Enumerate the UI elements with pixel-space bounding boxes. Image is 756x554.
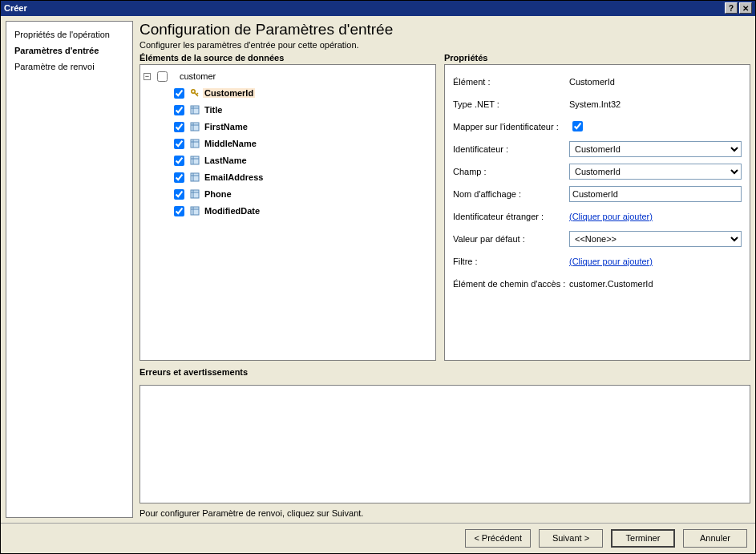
errors-panel [139,385,750,503]
prop-label: Élément de chemin d'accès : [453,279,569,289]
properties-header: Propriétés [444,53,750,63]
prop-label: Mapper sur l'identificateur : [453,122,569,131]
tree-item-label: LastName [203,156,249,165]
columns: Éléments de la source de données − custo… [139,53,750,361]
tree-item-lastname[interactable]: LastName [171,152,432,169]
svg-rect-3 [191,106,199,114]
tree-item-label: Title [203,105,224,115]
sidebar-item-label: Paramètres d'entrée [14,46,99,55]
column-icon [190,122,200,131]
prop-row-foreign-identifier: Identificateur étranger : (Cliquer pour … [453,206,742,227]
prop-label: Type .NET : [453,99,569,109]
column-icon [190,189,200,199]
prop-label: Nom d'affichage : [453,189,569,199]
tree-root[interactable]: − customer [144,68,432,85]
svg-rect-12 [191,156,199,164]
properties-column: Propriétés Élément : CustomerId Type .NE… [444,53,750,361]
svg-rect-15 [191,173,199,181]
finish-button[interactable]: Terminer [611,529,675,548]
tree-item-emailaddress[interactable]: EmailAddress [171,169,432,186]
field-select[interactable]: CustomerId [569,164,742,180]
prop-label: Filtre : [453,257,569,266]
tree-item-label: Phone [203,189,233,199]
column-icon [190,139,200,148]
titlebar: Créer ? ✕ [1,1,755,16]
tree-item-checkbox[interactable] [174,172,184,183]
tree-root-checkbox[interactable] [157,71,168,82]
prop-value-net-type: System.Int32 [569,99,621,109]
foreign-identifier-link[interactable]: (Cliquer pour ajouter) [569,212,653,221]
prop-label: Valeur par défaut : [453,234,569,244]
svg-rect-18 [191,190,199,198]
tree-item-checkbox[interactable] [174,189,184,200]
tree-item-checkbox[interactable] [174,139,184,149]
hint-text: Pour configurer Paramètre de renvoi, cli… [139,508,750,518]
back-button[interactable]: < Précédent [465,529,531,548]
sidebar-item-label: Paramètre de renvoi [14,62,95,71]
sidebar-item-label: Propriétés de l'opération [14,30,110,39]
prop-label: Champ : [453,167,569,176]
tree-item-checkbox[interactable] [174,122,184,132]
dialog-window: Créer ? ✕ Propriétés de l'opération Para… [0,0,756,554]
default-value-select[interactable]: <<None>> [569,231,742,247]
prop-label: Identificateur : [453,144,569,154]
tree-item-title[interactable]: Title [171,102,432,119]
tree-item-middlename[interactable]: MiddleName [171,135,432,152]
prop-label: Élément : [453,77,569,87]
close-button[interactable]: ✕ [739,2,752,14]
titlebar-buttons: ? ✕ [725,2,752,14]
column-icon [190,172,200,182]
page-subtitle: Configurer les paramètres d'entrée pour … [139,40,750,50]
next-button[interactable]: Suivant > [539,529,603,548]
main-panel: Configuration de Paramètres d'entrée Con… [133,21,750,518]
prop-row-access-path: Élément de chemin d'accès : customer.Cus… [453,273,742,294]
svg-rect-21 [191,207,199,215]
help-button[interactable]: ? [725,2,738,14]
tree-item-firstname[interactable]: FirstName [171,119,432,135]
sidebar-item-input-parameters[interactable]: Paramètres d'entrée [10,42,129,59]
tree-children: CustomerId Title [171,85,432,220]
column-icon [190,105,200,115]
page-title: Configuration de Paramètres d'entrée [139,21,750,38]
tree-item-checkbox[interactable] [174,88,184,99]
column-icon [190,156,200,165]
tree-item-label: CustomerId [203,88,255,98]
sidebar: Propriétés de l'opération Paramètres d'e… [6,21,133,518]
tree-item-checkbox[interactable] [174,206,184,216]
tree-item-label: ModifiedDate [203,206,261,216]
prop-row-display-name: Nom d'affichage : [453,184,742,204]
prop-label: Identificateur étranger : [453,212,569,221]
prop-row-filter: Filtre : (Cliquer pour ajouter) [453,251,742,272]
tree-item-label: MiddleName [203,139,258,148]
cancel-button[interactable]: Annuler [683,529,747,548]
tree-header: Éléments de la source de données [139,53,436,63]
tree-item-label: FirstName [203,122,249,131]
sidebar-item-return-parameter[interactable]: Paramètre de renvoi [10,59,129,75]
tree-item-label: EmailAddress [203,172,265,182]
tree-item-customerid[interactable]: CustomerId [171,85,432,102]
tree-column: Éléments de la source de données − custo… [139,53,436,361]
sidebar-item-operation-properties[interactable]: Propriétés de l'opération [10,26,129,42]
svg-rect-9 [191,140,199,148]
data-source-tree[interactable]: − customer CustomerId [139,64,436,361]
errors-header: Erreurs et avertissements [139,367,750,377]
identifier-select[interactable]: CustomerId [569,141,742,157]
prop-row-net-type: Type .NET : System.Int32 [453,94,742,115]
key-icon [190,88,200,98]
footer: < Précédent Suivant > Terminer Annuler [1,523,755,553]
tree-item-modifieddate[interactable]: ModifiedDate [171,203,432,220]
tree-item-phone[interactable]: Phone [171,186,432,203]
prop-row-field: Champ : CustomerId [453,161,742,182]
prop-row-element: Élément : CustomerId [453,71,742,92]
tree-item-checkbox[interactable] [174,105,184,115]
properties-panel: Élément : CustomerId Type .NET : System.… [444,64,750,361]
display-name-input[interactable] [569,186,742,202]
expand-collapse-icon[interactable]: − [144,73,151,80]
map-to-identifier-checkbox[interactable] [572,121,583,131]
prop-value-access-path: customer.CustomerId [569,279,653,289]
filter-link[interactable]: (Cliquer pour ajouter) [569,257,653,266]
window-title: Créer [4,3,725,13]
tree-item-checkbox[interactable] [174,156,184,166]
tree-root-label: customer [178,71,217,81]
prop-value-element: CustomerId [569,77,615,87]
